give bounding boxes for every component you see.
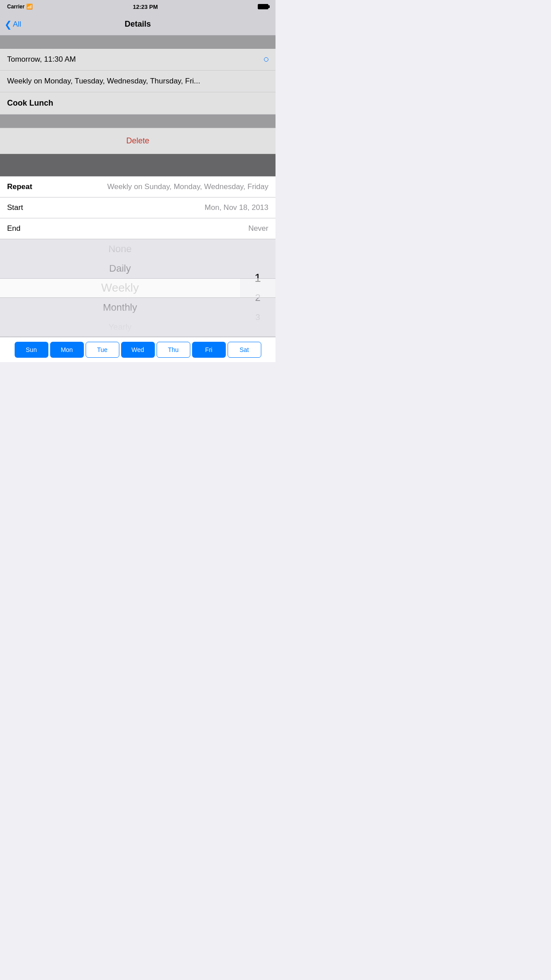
day-selector[interactable]: Sun Mon Tue Wed Thu Fri Sat: [0, 337, 276, 362]
wheel-item-weekly[interactable]: Weekly: [92, 278, 148, 298]
day-button-fri[interactable]: Fri: [192, 342, 226, 358]
wheel-item-monthly[interactable]: Monthly: [92, 298, 148, 317]
delete-label: Delete: [126, 136, 149, 146]
bottom-spacer: [0, 154, 276, 176]
repeat-label: Repeat: [7, 182, 32, 191]
status-bar: Carrier 📶 12:23 PM: [0, 0, 276, 13]
wheel-picker[interactable]: None Daily Weekly Monthly Yearly 1 2 3 4: [0, 239, 276, 337]
day-button-mon[interactable]: Mon: [50, 342, 84, 358]
recurrence-label: Weekly on Monday, Tuesday, Wednesday, Th…: [7, 77, 200, 86]
picker-section: Repeat Weekly on Sunday, Monday, Wednesd…: [0, 176, 276, 362]
wheel-left[interactable]: None Daily Weekly Monthly Yearly: [0, 239, 240, 336]
spacer-top: [0, 36, 276, 49]
wheel-right-3[interactable]: 3: [240, 308, 276, 327]
chevron-left-icon: ❮: [4, 20, 12, 29]
battery-icon: [258, 4, 268, 9]
delete-button[interactable]: Delete: [0, 128, 276, 154]
wheel-right-items: 1 2 3 4: [240, 239, 276, 337]
day-button-wed[interactable]: Wed: [121, 342, 155, 358]
wheel-right-4[interactable]: 4: [240, 327, 276, 337]
status-time: 12:23 PM: [133, 4, 157, 10]
wheel-item-daily[interactable]: Daily: [92, 259, 148, 278]
wheel-right-blank1: [240, 239, 276, 249]
wifi-icon: 📶: [26, 4, 33, 10]
wheel-right[interactable]: 1 2 3 4: [240, 239, 276, 336]
day-button-thu[interactable]: Thu: [157, 342, 190, 358]
end-label: End: [7, 224, 20, 233]
back-button[interactable]: ❮ All: [4, 20, 21, 29]
wheel-left-items: None Daily Weekly Monthly Yearly: [92, 239, 148, 337]
dot-indicator: [264, 57, 268, 62]
title-row: Cook Lunch: [0, 92, 276, 115]
repeat-row[interactable]: Repeat Weekly on Sunday, Monday, Wednesd…: [0, 176, 276, 198]
start-row[interactable]: Start Mon, Nov 18, 2013: [0, 198, 276, 218]
wheel-right-1[interactable]: 1: [240, 269, 276, 288]
wheel-right-2[interactable]: 2: [240, 288, 276, 308]
wheel-item-yearly[interactable]: Yearly: [92, 317, 148, 337]
repeat-value: Weekly on Sunday, Monday, Wednesday, Fri…: [107, 182, 268, 191]
wheel-item-none[interactable]: None: [92, 239, 148, 259]
page-title: Details: [125, 20, 151, 29]
event-title: Cook Lunch: [7, 99, 53, 108]
carrier-label: Carrier: [7, 4, 24, 10]
carrier-info: Carrier 📶: [7, 4, 33, 10]
day-button-tue[interactable]: Tue: [86, 342, 119, 358]
end-row[interactable]: End Never: [0, 218, 276, 239]
end-value: Never: [248, 224, 268, 233]
nav-bar: ❮ All Details: [0, 13, 276, 36]
back-label: All: [13, 20, 21, 29]
start-label: Start: [7, 203, 23, 212]
wheel-right-blank2: [240, 249, 276, 269]
spacer-mid: [0, 115, 276, 128]
recurrence-row: Weekly on Monday, Tuesday, Wednesday, Th…: [0, 71, 276, 92]
day-button-sat[interactable]: Sat: [228, 342, 261, 358]
day-button-sun[interactable]: Sun: [15, 342, 48, 358]
start-value: Mon, Nov 18, 2013: [205, 203, 268, 212]
top-section: Tomorrow, 11:30 AM Weekly on Monday, Tue…: [0, 36, 276, 176]
datetime-row: Tomorrow, 11:30 AM: [0, 49, 276, 71]
datetime-label: Tomorrow, 11:30 AM: [7, 55, 76, 64]
